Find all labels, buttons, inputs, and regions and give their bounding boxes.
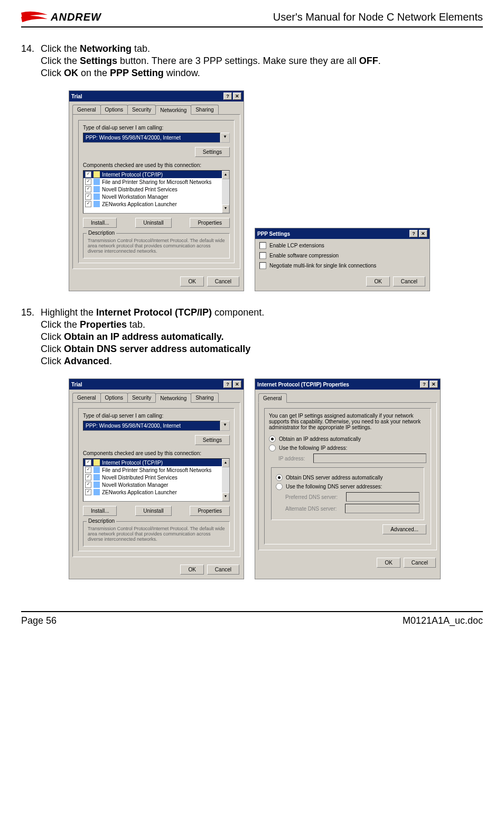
checkbox-icon[interactable]: ✓: [85, 474, 91, 480]
description-text: Transmission Control Protocol/Internet P…: [88, 238, 225, 254]
tab-general[interactable]: General: [72, 393, 101, 402]
chevron-down-icon[interactable]: ▼: [220, 133, 230, 143]
tab-security[interactable]: Security: [127, 105, 156, 114]
checkbox-icon[interactable]: ✓: [85, 467, 91, 473]
svg-rect-9: [94, 489, 100, 495]
svg-rect-2: [94, 186, 100, 192]
checkbox-icon[interactable]: ✓: [85, 482, 91, 488]
ok-button[interactable]: OK: [366, 276, 389, 286]
groupbox-title: Description: [87, 518, 116, 524]
checkbox-icon[interactable]: ✓: [85, 179, 91, 185]
list-item[interactable]: ✓Novell Distributed Print Services: [83, 186, 229, 193]
list-item[interactable]: ✓File and Printer Sharing for Microsoft …: [83, 466, 229, 474]
radio-auto-dns[interactable]: Obtain DNS server address automatically: [276, 474, 419, 481]
tab-general-ip[interactable]: General: [258, 393, 287, 403]
checkbox-icon[interactable]: ✓: [85, 186, 91, 192]
uninstall-button[interactable]: Uninstall: [135, 218, 171, 228]
tab-options[interactable]: Options: [100, 393, 128, 402]
settings-button[interactable]: Settings: [195, 435, 230, 445]
tab-sharing[interactable]: Sharing: [191, 393, 218, 402]
tab-security[interactable]: Security: [127, 393, 156, 402]
scroll-track[interactable]: [222, 179, 229, 205]
close-icon[interactable]: ✕: [430, 381, 438, 388]
step-15-number: 15.: [21, 307, 38, 318]
properties-button[interactable]: Properties: [190, 506, 230, 516]
list-item[interactable]: ✓Novell Workstation Manager: [83, 481, 229, 488]
close-icon[interactable]: ✕: [233, 93, 241, 100]
tab-sharing[interactable]: Sharing: [191, 105, 218, 114]
list-item[interactable]: ✓Internet Protocol (TCP/IP): [83, 459, 229, 466]
tab-row: General Options Security Networking Shar…: [69, 101, 244, 114]
advanced-button[interactable]: Advanced...: [382, 524, 426, 534]
help-icon[interactable]: ?: [223, 93, 232, 100]
tab-general[interactable]: General: [72, 105, 101, 114]
components-listbox[interactable]: ✓Internet Protocol (TCP/IP) ✓File and Pr…: [83, 170, 230, 214]
cancel-button[interactable]: Cancel: [393, 276, 425, 286]
ok-button[interactable]: OK: [180, 276, 203, 286]
scrollbar[interactable]: ▲ ▼: [222, 459, 229, 501]
radio-icon[interactable]: [276, 474, 283, 481]
step-14-body: Click the Networking tab. Click the Sett…: [41, 43, 481, 80]
list-item[interactable]: ✓ZENworks Application Launcher: [83, 488, 229, 496]
logo-swoosh-icon: [21, 11, 48, 23]
close-icon[interactable]: ✕: [419, 230, 427, 237]
list-item[interactable]: ✓File and Printer Sharing for Microsoft …: [83, 178, 229, 186]
install-button[interactable]: Install...: [83, 218, 117, 228]
checkbox-icon[interactable]: [259, 242, 266, 249]
cancel-button[interactable]: Cancel: [207, 276, 239, 286]
properties-button[interactable]: Properties: [190, 218, 230, 228]
chevron-up-icon[interactable]: ▲: [222, 171, 229, 179]
radio-icon[interactable]: [269, 445, 276, 451]
uninstall-button[interactable]: Uninstall: [135, 506, 171, 516]
settings-button[interactable]: Settings: [195, 147, 230, 157]
checkbox-icon[interactable]: ✓: [85, 171, 91, 178]
list-item[interactable]: ✓Internet Protocol (TCP/IP): [83, 171, 229, 178]
checkbox-icon[interactable]: ✓: [85, 201, 91, 207]
install-button[interactable]: Install...: [83, 506, 117, 516]
tab-options[interactable]: Options: [100, 105, 128, 114]
radio-use-dns[interactable]: Use the following DNS server addresses:: [276, 483, 419, 490]
checkbox-icon[interactable]: ✓: [85, 489, 91, 495]
tab-networking[interactable]: Networking: [155, 393, 191, 403]
server-type-combobox[interactable]: PPP: Windows 95/98/NT4/2000, Internet ▼: [83, 133, 230, 143]
ok-button[interactable]: OK: [377, 558, 400, 568]
scrollbar[interactable]: ▲ ▼: [222, 171, 229, 213]
radio-auto-ip[interactable]: Obtain an IP address automatically: [269, 436, 426, 442]
combobox-value: PPP: Windows 95/98/NT4/2000, Internet: [83, 133, 220, 143]
help-icon[interactable]: ?: [409, 230, 418, 237]
cancel-button[interactable]: Cancel: [207, 565, 239, 575]
help-icon[interactable]: ?: [420, 381, 428, 388]
tab-row: General: [255, 390, 440, 402]
checkbox-compression[interactable]: Enable software compression: [259, 252, 425, 259]
checkbox-icon[interactable]: ✓: [85, 459, 91, 466]
help-icon[interactable]: ?: [223, 381, 232, 388]
list-item[interactable]: ✓ZENworks Application Launcher: [83, 200, 229, 208]
ok-button[interactable]: OK: [180, 565, 203, 575]
step-14: 14. Click the Networking tab. Click the …: [21, 43, 483, 80]
checkbox-multilink[interactable]: Negotiate multi-link for single link con…: [259, 262, 425, 269]
checkbox-lcp[interactable]: Enable LCP extensions: [259, 242, 425, 249]
cancel-button[interactable]: Cancel: [404, 558, 436, 568]
scroll-track[interactable]: [222, 467, 229, 493]
radio-use-ip[interactable]: Use the following IP address:: [269, 445, 426, 451]
description-text: Transmission Control Protocol/Internet P…: [88, 526, 225, 542]
list-item[interactable]: ✓Novell Distributed Print Services: [83, 474, 229, 481]
chevron-up-icon[interactable]: ▲: [222, 459, 229, 467]
document-filename: M0121A1A_uc.doc: [403, 615, 483, 626]
zen-icon: [94, 201, 100, 207]
chevron-down-icon[interactable]: ▼: [220, 421, 230, 431]
list-item[interactable]: ✓Novell Workstation Manager: [83, 193, 229, 200]
checkbox-icon[interactable]: [259, 252, 266, 259]
svg-rect-1: [94, 179, 100, 185]
components-listbox[interactable]: ✓Internet Protocol (TCP/IP) ✓File and Pr…: [83, 458, 230, 502]
checkbox-icon[interactable]: ✓: [85, 193, 91, 200]
radio-icon[interactable]: [276, 483, 283, 490]
server-type-combobox[interactable]: PPP: Windows 95/98/NT4/2000, Internet ▼: [83, 421, 230, 431]
tab-networking[interactable]: Networking: [155, 105, 191, 115]
chevron-down-icon[interactable]: ▼: [222, 205, 229, 213]
close-icon[interactable]: ✕: [233, 381, 241, 388]
checkbox-icon[interactable]: [259, 262, 266, 269]
chevron-down-icon[interactable]: ▼: [222, 493, 229, 501]
radio-icon[interactable]: [269, 436, 276, 442]
step-15-figures: Trial ? ✕ General Options Security Netwo…: [69, 378, 483, 579]
